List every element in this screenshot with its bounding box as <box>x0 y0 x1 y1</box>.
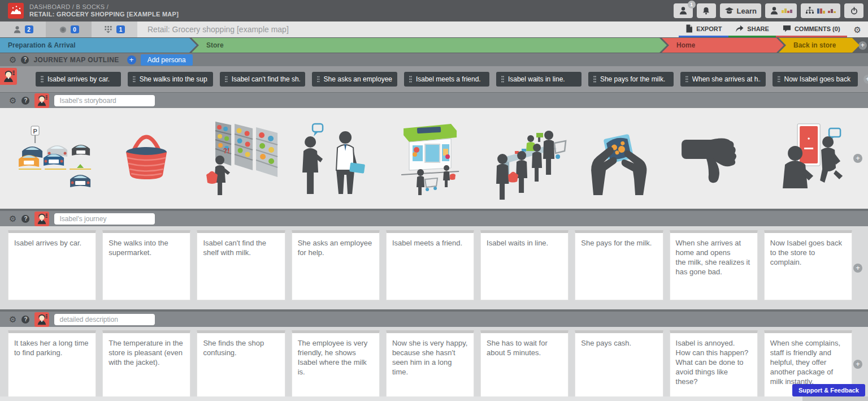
details-card[interactable]: Isabel is annoyed. How can this happen? … <box>670 330 758 400</box>
breadcrumb[interactable]: DASHBOARD / B SOCKS / RETAIL: GROCERY SH… <box>29 3 179 18</box>
journey-card[interactable]: When she arrives at home and opens the m… <box>670 230 758 300</box>
details-card[interactable]: The temperature in the store is pleasant… <box>102 330 190 400</box>
share-button[interactable]: SHARE <box>728 21 776 37</box>
storyboard-frame-shelves[interactable]: ?! <box>197 113 285 204</box>
tab-personas[interactable]: 2 <box>0 21 46 37</box>
share-label: SHARE <box>747 25 769 32</box>
account-button[interactable]: 1 <box>674 3 693 18</box>
add-phase-button[interactable]: + <box>858 41 867 50</box>
phase-store[interactable]: Store <box>192 38 667 53</box>
tab-touchpoints[interactable]: 0 <box>46 21 92 37</box>
storyboard-frame-storefront[interactable] <box>386 113 474 204</box>
storyboard-frame-ask-employee[interactable] <box>292 113 380 204</box>
add-storyboard-item-button[interactable]: + <box>853 154 862 163</box>
journey-card[interactable]: She asks an employee for help. <box>292 230 380 300</box>
persona-avatar[interactable] <box>0 68 17 85</box>
details-card[interactable]: She finds the shop confusing. <box>197 330 285 400</box>
step-card[interactable]: Isabel meets a friend. <box>404 72 489 87</box>
add-persona-button[interactable]: Add persona <box>141 54 193 66</box>
persona-library-button[interactable] <box>765 3 797 18</box>
persona-avatar[interactable] <box>34 212 49 226</box>
details-card[interactable]: Now she is very happy, because she hasn'… <box>386 330 474 400</box>
add-details-card-button[interactable]: + <box>853 360 862 369</box>
checkout-queue-illustration <box>480 116 568 201</box>
step-card[interactable]: She asks an employee... <box>312 72 397 87</box>
supermarket-shelves-confused-illustration: ?! <box>197 116 285 201</box>
storyboard-frame-thumbs-down[interactable] <box>670 113 758 204</box>
learn-label: Learn <box>737 7 757 15</box>
step-card[interactable]: When she arrives at h... <box>680 72 766 87</box>
learn-button[interactable]: Learn <box>720 3 761 18</box>
journey-card[interactable]: Isabel arrives by car. <box>8 230 96 300</box>
comments-button[interactable]: COMMENTS (0) <box>776 21 847 37</box>
horizontal-scrollbar[interactable] <box>0 396 868 401</box>
logout-button[interactable] <box>844 3 863 18</box>
lane-help-icon[interactable]: ? <box>21 215 29 223</box>
steps-list: Isabel arrives by car. She walks into th… <box>36 72 858 87</box>
user-icon <box>679 6 688 15</box>
lane-help-icon[interactable]: ? <box>21 97 29 105</box>
complaint-at-door-illustration <box>764 116 852 201</box>
step-card[interactable]: Isabel can't find the sh... <box>220 72 305 87</box>
journey-card[interactable]: Isabel can't find the shelf with milk. <box>197 230 285 300</box>
export-label: EXPORT <box>696 25 722 32</box>
journey-card[interactable]: She walks into the supermarket. <box>102 230 190 300</box>
storyboard-frame-parking[interactable]: P <box>8 113 96 204</box>
storyboard-title-input[interactable] <box>54 95 155 106</box>
drag-handle-icon <box>593 76 596 83</box>
export-button[interactable]: EXPORT <box>679 21 728 37</box>
phase-back-in-store[interactable]: Back in store <box>779 38 860 53</box>
lane-settings-icon[interactable]: ⚙ <box>9 315 16 324</box>
storyboard-frame-milk[interactable] <box>575 113 663 204</box>
journey-card[interactable]: She pays for the milk. <box>575 230 663 300</box>
map-settings-button[interactable]: ⚙ <box>847 21 868 37</box>
add-journey-card-button[interactable]: + <box>853 264 862 273</box>
details-card[interactable]: She has to wait for about 5 minutes. <box>480 330 568 400</box>
step-card[interactable]: She walks into the sup... <box>128 72 213 87</box>
phase-preparation-arrival[interactable]: Preparation & Arrival <box>0 38 197 53</box>
tab-badge: 2 <box>25 25 33 33</box>
user-icon <box>770 6 779 15</box>
account-badge: 1 <box>688 1 696 8</box>
tab-journey-maps[interactable]: 1 <box>92 21 137 37</box>
persona-avatar[interactable] <box>34 93 49 108</box>
add-persona-plus-icon[interactable]: + <box>127 55 136 64</box>
details-card[interactable]: The employee is very friendly, he shows … <box>292 330 380 400</box>
persona-avatar[interactable] <box>34 312 49 327</box>
journey-card[interactable]: Isabel waits in line. <box>480 230 568 300</box>
storyboard-frame-queue[interactable] <box>480 113 568 204</box>
add-step-button[interactable]: + <box>863 75 868 84</box>
asking-employee-illustration <box>292 116 380 201</box>
drag-handle-icon <box>317 76 320 83</box>
notifications-button[interactable] <box>697 3 716 18</box>
scrollbar-thumb[interactable] <box>0 396 802 401</box>
lane-settings-icon[interactable]: ⚙ <box>9 96 16 105</box>
breadcrumb-path[interactable]: DASHBOARD / B SOCKS / <box>29 3 179 11</box>
step-card[interactable]: Isabel waits in line. <box>496 72 581 87</box>
journey-card[interactable]: Now Isabel goes back to the store to com… <box>764 230 852 300</box>
step-card[interactable]: She pays for the milk. <box>588 72 674 87</box>
details-card[interactable]: It takes her a long time to find parking… <box>8 330 96 400</box>
lane-settings-icon[interactable]: ⚙ <box>9 214 16 223</box>
red-shopping-basket-illustration <box>102 116 190 201</box>
outline-settings-icon[interactable]: ⚙ <box>9 55 16 64</box>
map-toolbar: 2 0 1 Retail: Grocery shopping [example … <box>0 21 868 37</box>
storyboard-frame-complaint[interactable] <box>764 113 852 204</box>
mini-chart-scatter-icon <box>828 9 836 13</box>
document-icon <box>685 24 693 33</box>
step-card[interactable]: Now Isabel goes back ... <box>772 72 858 87</box>
journey-title-input[interactable] <box>54 213 155 225</box>
phases-row: Preparation & Arrival Store Home Back in… <box>0 37 868 53</box>
outline-help-icon[interactable]: ? <box>21 56 29 64</box>
step-card[interactable]: Isabel arrives by car. <box>36 72 121 87</box>
details-card[interactable]: She pays cash. <box>575 330 663 400</box>
org-insights-button[interactable] <box>801 3 840 18</box>
storyboard-frame-basket[interactable] <box>102 113 190 204</box>
phase-home[interactable]: Home <box>662 38 784 53</box>
details-title-input[interactable] <box>54 314 155 325</box>
lane-help-icon[interactable]: ? <box>21 316 29 324</box>
app-logo[interactable] <box>8 3 24 19</box>
journey-content: Isabel arrives by car. She walks into th… <box>0 226 868 311</box>
support-feedback-button[interactable]: Support & Feedback <box>792 384 865 396</box>
journey-card[interactable]: Isabel meets a friend. <box>386 230 474 300</box>
